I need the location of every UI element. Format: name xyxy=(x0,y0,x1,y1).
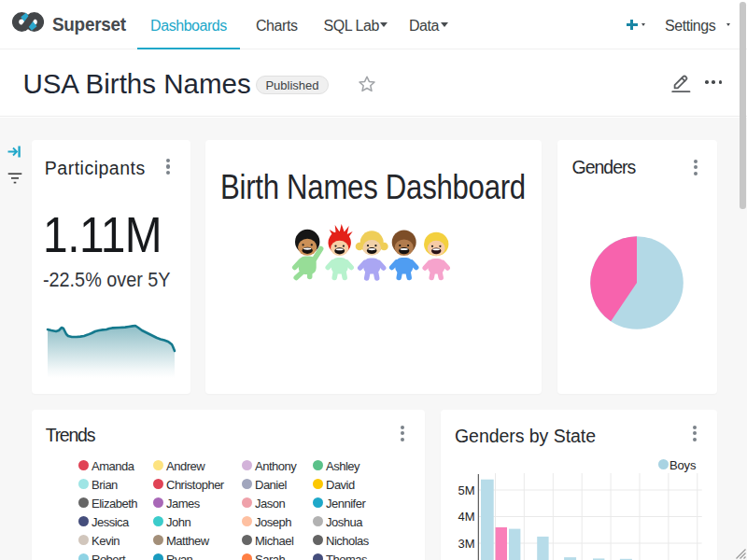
svg-text:5M: 5M xyxy=(458,483,474,497)
svg-text:4M: 4M xyxy=(458,510,474,524)
svg-text:3M: 3M xyxy=(458,537,474,551)
